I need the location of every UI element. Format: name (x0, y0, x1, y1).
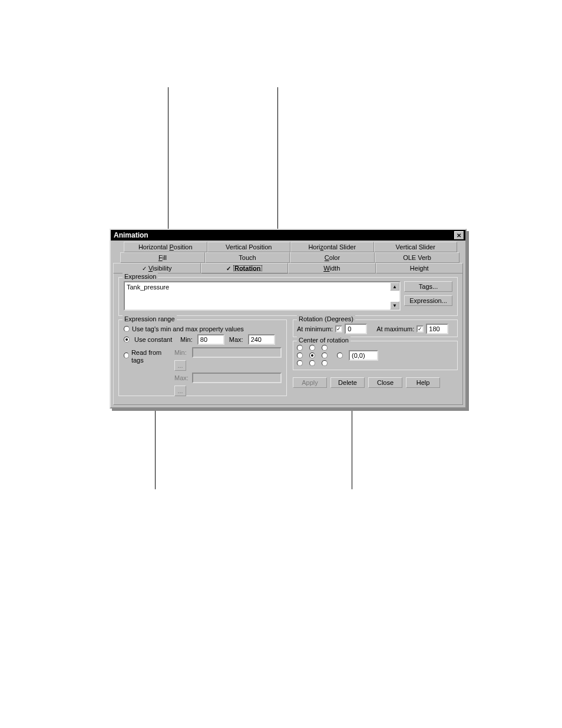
group-center-legend: Center of rotation (297, 337, 351, 344)
at-min-checkbox[interactable] (335, 325, 342, 332)
radio-use-tag-minmax[interactable]: Use tag's min and max property values (124, 325, 282, 332)
tab-touch[interactable]: Touch (205, 252, 290, 263)
expression-textarea[interactable]: Tank_pressure ▲ ▼ (124, 281, 401, 311)
center-custom-radio[interactable] (337, 353, 343, 358)
radio-label: Use constant (134, 336, 176, 343)
browse-max-button: ... (174, 386, 186, 396)
at-max-label: At maximum: (376, 325, 414, 332)
delete-button[interactable]: Delete (330, 377, 365, 388)
tab-row-1: Horizontal PositionVertical PositionHori… (113, 242, 463, 252)
at-max-checkbox[interactable] (416, 325, 424, 332)
tab-stack: Horizontal PositionVertical PositionHori… (113, 242, 463, 405)
max-label: Max: (229, 336, 243, 343)
scroll-up-icon[interactable]: ▲ (390, 282, 399, 291)
tab-panel-rotation: Expression Tank_pressure ▲ ▼ Tags... (113, 274, 463, 405)
tab-horizontal-slider[interactable]: Horizontal Slider (290, 242, 374, 252)
at-min-input[interactable] (345, 324, 367, 334)
arrow-to-tab (168, 87, 168, 241)
dialog-title: Animation (113, 231, 148, 239)
arrow-from-readtags (155, 401, 156, 489)
radio-label: Read from tags (131, 349, 170, 364)
center-radio-1[interactable] (309, 345, 315, 351)
close-button[interactable]: Close (368, 377, 402, 388)
max-label-dis: Max: (174, 374, 190, 381)
center-radio-0[interactable] (297, 345, 303, 351)
tab-ole-verb[interactable]: OLE Verb (375, 252, 459, 263)
const-min-input[interactable] (197, 334, 224, 345)
tab-row-3: VisibilityRotationWidthHeight (113, 263, 463, 274)
apply-button[interactable]: Apply (293, 377, 327, 388)
center-radio-7[interactable] (309, 360, 315, 366)
group-expression: Expression Tank_pressure ▲ ▼ Tags... (118, 277, 458, 316)
tab-width[interactable]: Width (288, 263, 376, 274)
center-radio-2[interactable] (322, 345, 328, 351)
tab-vertical-slider[interactable]: Vertical Slider (374, 242, 458, 252)
tab-fill[interactable]: Fill (120, 252, 205, 263)
tab-horizontal-position[interactable]: Horizontal Position (124, 242, 207, 252)
dialog-body: Horizontal PositionVertical PositionHori… (111, 241, 465, 407)
center-radio-5[interactable] (322, 353, 328, 358)
center-radio-6[interactable] (297, 360, 303, 366)
tab-row-2: FillTouchColorOLE Verb (113, 252, 463, 263)
bottom-button-row: Apply Delete Close Help (293, 377, 458, 388)
radio-read-from-tags[interactable]: Read from tags (124, 349, 170, 364)
browse-min-button: ... (174, 360, 186, 371)
center-value-input[interactable] (349, 350, 378, 361)
center-radio-4[interactable] (309, 353, 315, 358)
group-expression-legend: Expression (123, 273, 158, 280)
group-range-legend: Expression range (123, 315, 177, 322)
tab-height[interactable]: Height (376, 263, 464, 274)
at-max-input[interactable] (426, 324, 448, 334)
center-radio-grid (297, 345, 331, 366)
radio-label: Use tag's min and max property values (132, 325, 244, 332)
min-label-dis: Min: (174, 349, 190, 356)
radio-icon (124, 337, 130, 342)
close-icon[interactable]: ✕ (454, 231, 464, 239)
tab-visibility[interactable]: Visibility (113, 263, 201, 274)
at-min-label: At minimum: (297, 325, 333, 332)
group-rotation-degrees: Rotation (Degrees) At minimum: At maximu… (293, 319, 458, 337)
tab-vertical-position[interactable]: Vertical Position (207, 242, 291, 252)
tags-button[interactable]: Tags... (404, 281, 452, 292)
expression-button[interactable]: Expression... (404, 295, 452, 306)
center-radio-3[interactable] (297, 353, 303, 358)
scroll-down-icon[interactable]: ▼ (390, 301, 399, 309)
radio-icon (124, 353, 129, 358)
tab-color[interactable]: Color (290, 252, 375, 263)
group-expression-range: Expression range Use tag's min and max p… (118, 319, 287, 396)
min-label: Min: (180, 336, 193, 343)
tag-min-input (192, 347, 282, 358)
title-bar: Animation ✕ (111, 230, 465, 241)
radio-use-constant[interactable]: Use constant Min: Max: (124, 334, 282, 345)
tab-rotation[interactable]: Rotation (201, 263, 289, 274)
animation-dialog: Animation ✕ Horizontal PositionVertical … (110, 229, 467, 409)
help-button[interactable]: Help (406, 377, 440, 388)
const-max-input[interactable] (248, 334, 275, 345)
radio-icon (124, 326, 130, 332)
expression-scrollbar: ▲ ▼ (390, 282, 399, 309)
tag-max-input (192, 373, 282, 383)
group-rotation-legend: Rotation (Degrees) (297, 315, 355, 322)
center-radio-8[interactable] (322, 360, 328, 366)
expression-value: Tank_pressure (127, 284, 169, 291)
group-center-rotation: Center of rotation (293, 341, 458, 370)
